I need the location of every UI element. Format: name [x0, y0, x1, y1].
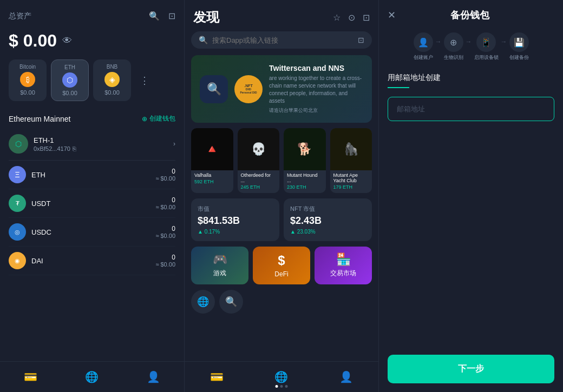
token-item-usdc[interactable]: ◎ USDC 0 ≈ $0.00 — [9, 218, 175, 247]
search-icon[interactable]: 🔍 — [149, 11, 160, 21]
right-panel: ✕ 备份钱包 👤 创建账户 → ⊕ 生物识别 → 📱 启用设备锁 → 💾 创建备… — [379, 0, 563, 392]
nft-valhalla-price: 592 ETH — [194, 179, 230, 184]
left-nav-globe-icon[interactable]: 🌐 — [76, 368, 107, 386]
nft-market-cap-change: ▲ 23.03% — [290, 229, 365, 235]
eth-token-usd: ≈ $0.00 — [155, 175, 175, 182]
browser-row: 🌐 🔍 — [185, 290, 378, 319]
market-label: 交易市场 — [330, 269, 356, 278]
game-label: 游戏 — [213, 269, 226, 278]
copy-icon[interactable]: ⎘ — [73, 145, 76, 152]
coin-tab-bitcoin[interactable]: Bitcoin ₿ $0.00 — [9, 59, 47, 101]
category-market[interactable]: 🏪 交易市场 — [315, 247, 372, 284]
category-game[interactable]: 🎮 游戏 — [191, 247, 248, 284]
middle-panel: 发现 ☆ ⊙ ⊡ 🔍 ⊡ 🔍 .NFT DID Personal DID Twi… — [184, 0, 379, 392]
step-create-backup: 💾 创建备份 — [509, 32, 529, 61]
nft-market-cap-label: NFT 市值 — [290, 205, 365, 213]
eth-icon: ⬡ — [62, 72, 77, 88]
market-icon: 🏪 — [336, 253, 351, 267]
refresh-icon[interactable]: ⊡ — [168, 11, 175, 21]
chevron-right-icon: › — [173, 140, 175, 148]
token-item-eth[interactable]: Ξ ETH 0 ≈ $0.00 — [9, 161, 175, 189]
next-button[interactable]: 下一步 — [388, 355, 554, 383]
twitterscan-logo: 🔍 — [200, 75, 228, 103]
search-input[interactable] — [212, 36, 353, 44]
browser-globe-btn[interactable]: 🌐 — [191, 290, 215, 314]
create-wallet-button[interactable]: ⊕ 创建钱包 — [142, 114, 175, 123]
game-icon: 🎮 — [213, 253, 227, 267]
bitcoin-value: $0.00 — [20, 89, 35, 96]
section-title: 用邮箱地址创建 — [379, 64, 563, 87]
eth-token-amount: 0 — [155, 168, 175, 175]
left-nav-person-icon[interactable]: 👤 — [138, 368, 169, 386]
coin-tab-bnb[interactable]: BNB ◈ $0.00 — [93, 59, 131, 101]
right-header: ✕ 备份钱包 — [379, 0, 563, 27]
coin-tabs: Bitcoin ₿ $0.00 ETH ⬡ $0.00 BNB ◈ $0.00 … — [0, 59, 184, 110]
step-create-account: 👤 创建账户 — [414, 32, 433, 61]
wallet-item-icon: ⬡ — [9, 134, 28, 154]
backup-wallet-title: 备份钱包 — [450, 9, 489, 22]
stats-row: 市值 $841.53B ▲ 0.17% NFT 市值 $2.43B ▲ 23.0… — [185, 198, 378, 247]
step-biometric: ⊕ 生物识别 — [444, 32, 463, 61]
mid-nav-person-icon[interactable]: 👤 — [331, 368, 362, 386]
more-coins-icon[interactable]: ⋮ — [135, 59, 154, 101]
search-icon-small: 🔍 — [199, 36, 208, 44]
create-backup-icon: 💾 — [509, 32, 529, 52]
nft-item-otherdeed[interactable]: 💀 Otherdeed for ... 245 ETH — [238, 128, 280, 193]
right-spacer — [379, 121, 563, 346]
step-arrow-1: → — [435, 38, 442, 45]
dai-token-values: 0 ≈ $0.00 — [155, 254, 175, 268]
coin-tab-eth[interactable]: ETH ⬡ $0.00 — [51, 59, 89, 101]
nft-market-cap-card: NFT 市值 $2.43B ▲ 23.03% — [284, 198, 372, 241]
nft-hound-price: 230 ETH — [287, 184, 323, 190]
market-cap-card: 市值 $841.53B ▲ 0.17% — [191, 198, 279, 241]
usdt-token-usd: ≈ $0.00 — [155, 204, 175, 210]
close-button[interactable]: ✕ — [388, 9, 396, 21]
banner-desc: are working together to create a cross-c… — [269, 75, 363, 105]
mid-nav-wallet-icon[interactable]: 💳 — [201, 368, 232, 386]
steps-row: 👤 创建账户 → ⊕ 生物识别 → 📱 启用设备锁 → 💾 创建备份 — [379, 27, 563, 64]
nft-item-mutant[interactable]: 🦍 Mutant Ape Yacht Club 179 ETH — [330, 128, 372, 193]
create-account-label: 创建账户 — [414, 54, 433, 61]
nft-mutant-img: 🦍 — [330, 128, 372, 170]
browser-search-btn[interactable]: 🔍 — [219, 290, 243, 314]
nft-otherdeed-info: Otherdeed for ... 245 ETH — [238, 170, 280, 193]
eye-icon[interactable]: 👁 — [62, 35, 72, 46]
wallet-item-addr: 0xBf52...4170 ⎘ — [34, 145, 173, 152]
history-icon[interactable]: ⊙ — [348, 12, 355, 23]
create-wallet-label: 创建钱包 — [149, 114, 175, 123]
dot-1 — [276, 385, 278, 388]
middle-header: 发现 ☆ ⊙ ⊡ — [185, 0, 378, 31]
market-cap-label: 市值 — [198, 205, 273, 213]
nft-item-hound[interactable]: 🐕 Mutant Hound ... 230 ETH — [284, 128, 326, 193]
usdt-token-name: USDT — [31, 200, 155, 208]
mid-nav-globe-icon[interactable]: 🌐 — [266, 368, 297, 386]
network-label: Ethereum Mainnet — [9, 115, 70, 123]
scan-icon[interactable]: ⊡ — [358, 36, 364, 44]
token-item-usdt[interactable]: ₮ USDT 0 ≈ $0.00 — [9, 189, 175, 218]
device-lock-icon: 📱 — [476, 32, 496, 52]
usdt-token-icon: ₮ — [9, 195, 26, 212]
nft-mutant-name: Mutant Ape Yacht Club — [333, 172, 369, 183]
category-defi[interactable]: $ DeFi — [253, 247, 310, 284]
scan-mid-icon[interactable]: ⊡ — [363, 12, 370, 23]
category-grid: 🎮 游戏 $ DeFi 🏪 交易市场 — [185, 247, 378, 290]
nft-mutant-info: Mutant Ape Yacht Club 179 ETH — [330, 170, 372, 193]
nft-item-valhalla[interactable]: 🔺 Valhalla 592 ETH — [191, 128, 233, 193]
wallet-item-eth1[interactable]: ⬡ ETH-1 0xBf52...4170 ⎘ › — [9, 128, 175, 161]
usdc-token-usd: ≈ $0.00 — [155, 232, 175, 239]
eth-value: $0.00 — [62, 90, 77, 96]
email-input-wrap — [379, 97, 563, 121]
nft-otherdeed-name: Otherdeed for ... — [241, 172, 277, 183]
banner-title: Twitterscan and NNS — [269, 64, 363, 72]
token-item-dai[interactable]: ◉ DAI 0 ≈ $0.00 — [9, 247, 175, 275]
nft-valhalla-info: Valhalla 592 ETH — [191, 170, 233, 188]
bnb-icon: ◈ — [104, 72, 120, 87]
email-input[interactable] — [388, 97, 554, 121]
defi-icon: $ — [278, 253, 285, 268]
star-icon[interactable]: ☆ — [333, 12, 341, 23]
usdt-token-values: 0 ≈ $0.00 — [155, 196, 175, 210]
step-arrow-2: → — [466, 38, 472, 45]
banner-section[interactable]: 🔍 .NFT DID Personal DID Twitterscan and … — [191, 55, 372, 123]
nft-valhalla-img: 🔺 — [191, 128, 233, 170]
left-nav-wallet-icon[interactable]: 💳 — [15, 368, 46, 386]
